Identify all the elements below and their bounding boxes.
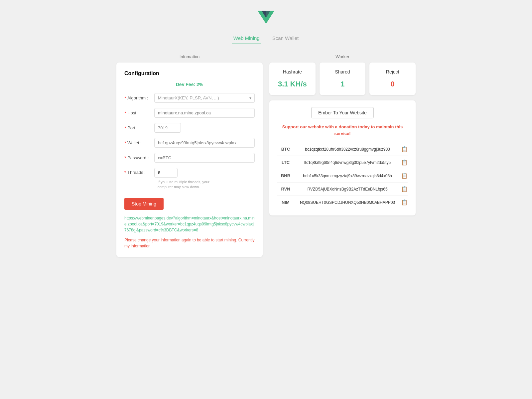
config-title: Configuration (124, 70, 255, 76)
info-label: Infomation (180, 54, 200, 59)
password-label: * Password : (124, 155, 154, 160)
rvn-address: RVZD5AjUBXoNnsBg9B2AzTTdEeBNLfqs65 (298, 187, 397, 192)
crypto-row-ltc: LTC ltc1q8krf9g60n4q6dvnwg3lg30lp5e7yfvm… (277, 156, 408, 169)
host-label: * Host : (124, 110, 154, 115)
threads-row: * Threads : If you use multiple threads,… (124, 168, 255, 190)
bnb-label: BNB (277, 173, 294, 178)
required-star: * (124, 95, 126, 100)
password-input[interactable] (154, 153, 255, 163)
nim-address: NQ08SUEHT0GSPCDJHUNXQ50HB0M0ABHAPP03 (298, 200, 397, 205)
btc-address: bc1qzqtkcf28ufrr6dh3822vcz6ru8ggmvgj3uz9… (298, 147, 397, 152)
vue-logo-icon (258, 10, 274, 25)
shared-value: 1 (340, 80, 344, 88)
ltc-address: ltc1q8krf9g60n4q6dvnwg3lg30lp5e7yfvm2da5… (298, 160, 397, 165)
crypto-row-rvn: RVN RVZD5AjUBXoNnsBg9B2AzTTdEeBNLfqs65 📋 (277, 183, 408, 196)
required-star: * (124, 170, 126, 175)
algorithm-select[interactable]: MinotaurX(KEY, PLSR, AVN, ...) (154, 93, 255, 103)
copy-rvn-icon[interactable]: 📋 (401, 186, 408, 192)
worker-section-header: Worker (269, 54, 416, 59)
hashrate-card: Hashrate 3.1 KH/s (269, 63, 316, 95)
host-input[interactable] (154, 108, 255, 118)
worker-label: Worker (335, 54, 349, 59)
copy-nim-icon[interactable]: 📋 (401, 199, 408, 205)
worker-stats-row: Hashrate 3.1 KH/s Shared 1 Reject 0 (269, 63, 416, 95)
host-row: * Host : (124, 108, 255, 118)
bnb-address: bnb1u5k33qnmcmgzyztaj9x89wzrnavxqls8d4x0… (298, 174, 397, 178)
main-content: Infomation Configuration Dev Fee: 2% * A… (116, 54, 416, 257)
port-row: * Port : (124, 123, 255, 133)
port-input[interactable] (154, 123, 181, 133)
threads-label: * Threads : (124, 170, 154, 175)
tab-web-mining[interactable]: Web Mining (232, 33, 261, 44)
mining-url: https://webminer.pages.dev?algorithm=min… (124, 215, 255, 233)
btc-label: BTC (277, 147, 294, 152)
left-column: Infomation Configuration Dev Fee: 2% * A… (116, 54, 263, 257)
configuration-card: Configuration Dev Fee: 2% * Algorithm : … (116, 63, 263, 257)
logo-area (258, 10, 274, 26)
required-star: * (124, 140, 126, 145)
threads-note: If you use multiple threads, your comput… (158, 180, 211, 190)
wallet-row: * Wallet : (124, 138, 255, 148)
required-star: * (124, 155, 126, 160)
threads-field-group: If you use multiple threads, your comput… (154, 168, 211, 190)
shared-card: Shared 1 (320, 63, 366, 95)
threads-input[interactable] (154, 168, 178, 178)
nim-label: NIM (277, 200, 294, 205)
ember-card: Ember To Your Website Support our websit… (269, 100, 416, 215)
crypto-row-btc: BTC bc1qzqtkcf28ufrr6dh3822vcz6ru8ggmvgj… (277, 143, 408, 156)
required-star: * (124, 110, 126, 115)
algorithm-select-wrapper: MinotaurX(KEY, PLSR, AVN, ...) ▾ (154, 93, 255, 103)
reject-value: 0 (391, 80, 395, 88)
stop-mining-button[interactable]: Stop Mining (124, 198, 164, 210)
copy-bnb-icon[interactable]: 📋 (401, 173, 408, 179)
rvn-label: RVN (277, 187, 294, 192)
tab-bar: Web Mining Scan Wallet (232, 33, 300, 44)
wallet-label: * Wallet : (124, 140, 154, 145)
hashrate-label: Hashrate (283, 69, 302, 74)
dev-fee: Dev Fee: 2% (124, 82, 255, 87)
port-label: * Port : (124, 125, 154, 130)
warning-message: Please change your information again to … (124, 237, 255, 249)
crypto-row-bnb: BNB bnb1u5k33qnmcmgzyztaj9x89wzrnavxqls8… (277, 169, 408, 183)
tab-scan-wallet[interactable]: Scan Wallet (271, 33, 300, 44)
required-star: * (124, 125, 126, 130)
ltc-label: LTC (277, 160, 294, 165)
shared-label: Shared (335, 69, 350, 74)
wallet-input[interactable] (154, 138, 255, 148)
copy-btc-icon[interactable]: 📋 (401, 146, 408, 152)
reject-label: Reject (386, 69, 399, 74)
right-column: Worker Hashrate 3.1 KH/s Shared 1 Reject… (269, 54, 416, 257)
ember-button[interactable]: Ember To Your Website (311, 107, 374, 118)
crypto-table: BTC bc1qzqtkcf28ufrr6dh3822vcz6ru8ggmvgj… (277, 143, 408, 209)
info-section-header: Infomation (116, 54, 263, 59)
crypto-row-nim: NIM NQ08SUEHT0GSPCDJHUNXQ50HB0M0ABHAPP03… (277, 196, 408, 209)
algorithm-row: * Algorithm : MinotaurX(KEY, PLSR, AVN, … (124, 93, 255, 103)
copy-ltc-icon[interactable]: 📋 (401, 159, 408, 166)
reject-card: Reject 0 (369, 63, 416, 95)
algorithm-label: * Algorithm : (124, 95, 154, 100)
donation-text: Support our website with a donation toda… (277, 124, 408, 137)
hashrate-value: 3.1 KH/s (278, 80, 307, 88)
password-row: * Password : (124, 153, 255, 163)
